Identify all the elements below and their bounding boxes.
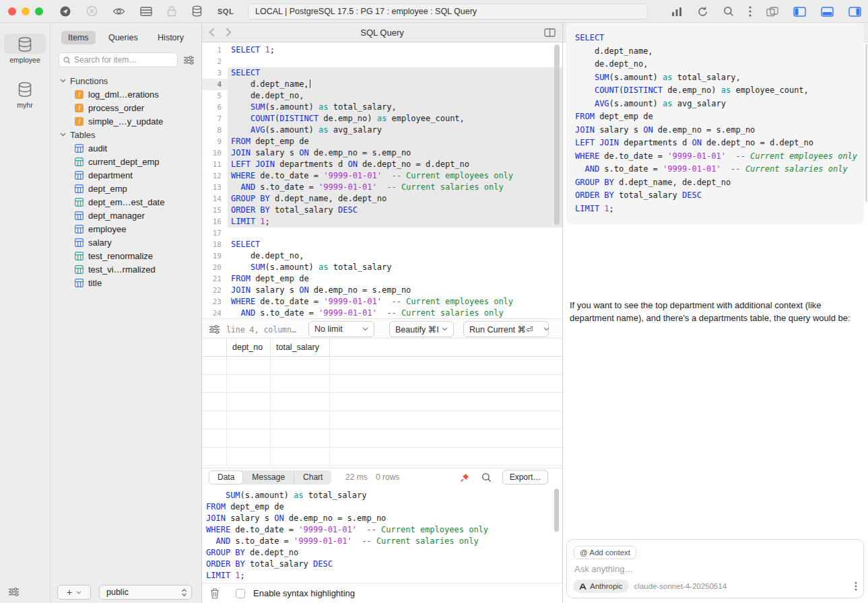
editor-settings-icon[interactable] [209, 325, 220, 334]
toggle-bottom-panel-icon[interactable] [821, 7, 834, 17]
editor-line-22[interactable]: 22JOIN salary s ON de.emp_no = s.emp_no [202, 285, 562, 296]
tree-section-functions[interactable]: Functions [51, 74, 201, 87]
sidebar-item-current_dept_emp[interactable]: current_dept_emp [51, 155, 201, 168]
disconnect-icon[interactable] [86, 5, 98, 17]
editor-line-24[interactable]: 24 AND s.to_date = '9999-01-01' -- Curre… [202, 308, 562, 318]
scrollbar[interactable] [865, 44, 867, 202]
sql-badge[interactable]: SQL [218, 7, 234, 15]
sql-editor[interactable]: 1SELECT 1;23SELECT4 d.dept_name,5 de.dep… [202, 42, 562, 318]
add-context-button[interactable]: @ Add context [574, 546, 636, 559]
table-row[interactable] [202, 448, 562, 466]
forward-icon[interactable] [226, 28, 232, 37]
syntax-highlight-checkbox[interactable] [236, 589, 245, 598]
table-cell[interactable] [227, 448, 271, 466]
editor-line-6[interactable]: 6 SUM(s.amount) as total_salary, [202, 102, 562, 113]
table-cell[interactable] [271, 448, 330, 466]
table-cell[interactable] [227, 375, 271, 393]
table-cell[interactable] [271, 429, 330, 448]
search-input[interactable] [74, 55, 162, 65]
connection-myhr[interactable]: myhr [4, 79, 46, 109]
output-tab-chart[interactable]: Chart [294, 470, 331, 485]
table-row[interactable] [202, 411, 562, 429]
split-editor-icon[interactable] [544, 28, 556, 37]
toggle-right-panel-icon[interactable] [848, 7, 861, 17]
database-icon[interactable] [191, 5, 203, 17]
editor-line-21[interactable]: 21FROM dept_emp de [202, 273, 562, 285]
sidebar-item-dept_em…est_date[interactable]: dept_em…est_date [51, 195, 201, 209]
sidebar-tab-queries[interactable]: Queries [102, 31, 145, 44]
run-current-button[interactable]: Run Current ⌘⏎ [463, 321, 549, 337]
lock-icon[interactable] [167, 5, 176, 17]
sidebar-item-title[interactable]: title [51, 276, 201, 289]
editor-line-10[interactable]: 10JOIN salary s ON de.emp_no = s.emp_no [202, 147, 562, 159]
editor-line-19[interactable]: 19 de.dept_no, [202, 250, 562, 262]
editor-line-9[interactable]: 9FROM dept_emp de [202, 136, 562, 147]
chart-icon[interactable] [671, 7, 682, 17]
zoom-window-button[interactable] [35, 7, 43, 15]
ask-input[interactable] [574, 564, 844, 574]
table-row[interactable] [202, 375, 562, 393]
pin-icon[interactable] [460, 472, 470, 483]
windows-icon[interactable] [766, 7, 778, 17]
editor-line-8[interactable]: 8 AVG(s.amount) as avg_salary [202, 125, 562, 136]
editor-line-15[interactable]: 15ORDER BY total_salary DESC [202, 205, 562, 216]
connection-status-icon[interactable] [59, 5, 71, 17]
beautify-button[interactable]: Beautify ⌘I [389, 321, 454, 337]
table-cell[interactable] [271, 411, 330, 429]
table-cell[interactable] [227, 357, 271, 375]
editor-line-14[interactable]: 14GROUP BY d.dept_name, de.dept_no [202, 193, 562, 205]
limit-select[interactable]: No limit [308, 321, 374, 337]
trash-icon[interactable] [210, 588, 220, 599]
column-header-total_salary[interactable]: total_salary [271, 339, 330, 357]
minimize-window-button[interactable] [22, 7, 30, 15]
filter-icon[interactable] [183, 56, 195, 65]
sidebar-item-test_vi…rmalized[interactable]: test_vi…rmalized [51, 262, 201, 276]
editor-line-1[interactable]: 1SELECT 1; [202, 44, 562, 56]
sidebar-item-process_order[interactable]: fprocess_order [51, 101, 201, 114]
sidebar-tab-history[interactable]: History [151, 31, 191, 44]
table-row[interactable] [202, 357, 562, 375]
chat-more-icon[interactable] [855, 581, 857, 591]
editor-line-4[interactable]: 4 d.dept_name, [202, 79, 562, 90]
table-cell[interactable] [271, 375, 330, 393]
search-icon[interactable] [481, 472, 492, 483]
sidebar-item-dept_emp[interactable]: dept_emp [51, 182, 201, 195]
table-cell[interactable] [271, 357, 330, 375]
editor-line-17[interactable]: 17 [202, 227, 562, 239]
model-provider-pill[interactable]: Anthropic [573, 579, 629, 593]
editor-line-16[interactable]: 16LIMIT 1; [202, 216, 562, 227]
chat-input-card[interactable]: @ Add context Anthropic claude-sonnet-4-… [566, 539, 864, 598]
scrollbar[interactable] [554, 489, 559, 532]
filter-icon[interactable] [8, 588, 20, 596]
table-cell[interactable] [227, 429, 271, 448]
table-cell[interactable] [227, 393, 271, 411]
eye-icon[interactable] [112, 7, 125, 16]
output-tab-message[interactable]: Message [243, 470, 294, 485]
table-cell[interactable] [227, 411, 271, 429]
table-cell[interactable] [271, 393, 330, 411]
schema-select[interactable]: public [99, 585, 192, 600]
search-field[interactable] [59, 52, 178, 67]
table-row[interactable] [202, 429, 562, 448]
editor-line-3[interactable]: 3SELECT [202, 67, 562, 79]
search-icon[interactable] [723, 6, 734, 17]
editor-line-13[interactable]: 13 AND s.to_date = '9999-01-01' -- Curre… [202, 182, 562, 193]
sidebar-item-test_renormalize[interactable]: test_renormalize [51, 249, 201, 262]
sidebar-item-salary[interactable]: salary [51, 236, 201, 249]
editor-line-2[interactable]: 2 [202, 56, 562, 67]
refresh-icon[interactable] [697, 6, 708, 17]
table-row[interactable] [202, 393, 562, 411]
editor-line-12[interactable]: 12WHERE de.to_date = '9999-01-01' -- Cur… [202, 170, 562, 182]
sidebar-item-log_dml…erations[interactable]: flog_dml…erations [51, 87, 201, 101]
add-item-button[interactable]: + [57, 585, 91, 600]
output-tab-data[interactable]: Data [209, 470, 243, 485]
sidebar-item-audit[interactable]: audit [51, 141, 201, 155]
editor-line-23[interactable]: 23WHERE de.to_date = '9999-01-01' -- Cur… [202, 296, 562, 308]
editor-line-5[interactable]: 5 de.dept_no, [202, 90, 562, 102]
table-rows-icon[interactable] [140, 7, 152, 16]
more-icon[interactable] [749, 6, 752, 17]
sidebar-tab-items[interactable]: Items [61, 31, 96, 44]
back-icon[interactable] [209, 28, 215, 37]
editor-line-11[interactable]: 11LEFT JOIN departments d ON de.dept_no … [202, 159, 562, 170]
editor-line-20[interactable]: 20 SUM(s.amount) as total_salary [202, 262, 562, 273]
